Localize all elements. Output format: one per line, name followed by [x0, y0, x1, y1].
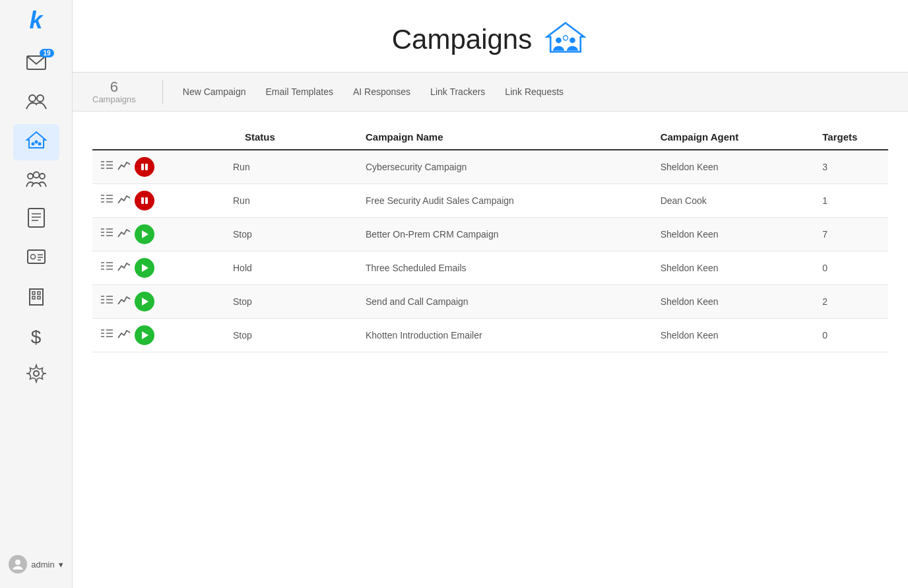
- status-text: Stop: [233, 330, 258, 341]
- documents-icon: [27, 208, 46, 232]
- svg-rect-43: [141, 197, 144, 204]
- user-menu[interactable]: admin ▾: [2, 551, 69, 577]
- chart-icon[interactable]: [117, 194, 131, 208]
- row-targets: 0: [814, 319, 888, 352]
- sidebar-item-cards[interactable]: [13, 241, 59, 277]
- cards-icon: [26, 248, 46, 270]
- svg-point-27: [569, 38, 575, 44]
- sidebar-item-documents[interactable]: [13, 202, 59, 238]
- buildings-icon: [26, 286, 46, 310]
- svg-point-6: [28, 174, 33, 179]
- toolbar: 6 Campaigns New Campaign Email Templates…: [73, 72, 908, 112]
- row-campaign-agent: Sheldon Keen: [653, 150, 815, 184]
- page-header: Campaigns: [73, 0, 908, 72]
- chart-icon[interactable]: [117, 295, 131, 309]
- groups-icon: [26, 170, 47, 192]
- status-toggle-btn[interactable]: [135, 191, 154, 211]
- list-icon[interactable]: [100, 160, 113, 174]
- status-toggle-btn[interactable]: [135, 157, 154, 177]
- row-actions-cell: [92, 184, 225, 218]
- svg-marker-65: [142, 298, 148, 306]
- row-campaign-name[interactable]: Khotten Introduction Emailer: [358, 319, 653, 352]
- sidebar-item-contacts[interactable]: [13, 85, 59, 121]
- svg-marker-72: [142, 331, 148, 339]
- svg-rect-18: [30, 289, 43, 305]
- svg-point-28: [564, 36, 568, 40]
- svg-point-2: [37, 95, 44, 102]
- chart-icon[interactable]: [117, 160, 131, 174]
- campaigns-header-icon: [542, 20, 589, 59]
- row-actions-cell: [92, 319, 225, 352]
- svg-point-14: [30, 255, 35, 259]
- sidebar-logo[interactable]: k: [29, 7, 42, 34]
- row-targets: 2: [814, 285, 888, 319]
- billing-icon: $: [31, 327, 42, 348]
- svg-point-25: [15, 560, 20, 565]
- sidebar-item-billing[interactable]: $: [13, 319, 59, 355]
- campaigns-nav-icon: [25, 131, 48, 154]
- svg-marker-51: [142, 230, 148, 238]
- row-campaign-name[interactable]: Cybersecurity Campaign: [358, 150, 653, 184]
- table-row: RunFree Security Audit Sales CampaignDea…: [92, 184, 888, 218]
- chart-icon[interactable]: [117, 329, 131, 343]
- row-campaign-name[interactable]: Better On-Prem CRM Campaign: [358, 218, 653, 251]
- row-campaign-name[interactable]: Send and Call Campaign: [358, 285, 653, 319]
- svg-rect-9: [28, 209, 44, 227]
- table-row: HoldThree Scheduled EmailsSheldon Keen0: [92, 251, 888, 285]
- svg-point-1: [29, 95, 36, 102]
- row-campaign-agent: Sheldon Keen: [653, 285, 815, 319]
- list-icon[interactable]: [100, 228, 113, 242]
- list-icon[interactable]: [100, 194, 113, 208]
- contacts-icon: [26, 92, 47, 114]
- row-actions-cell: [92, 150, 225, 184]
- chart-icon[interactable]: [117, 261, 131, 275]
- sidebar-bottom: admin ▾: [2, 551, 69, 588]
- messages-badge: 19: [40, 49, 53, 57]
- svg-marker-58: [142, 264, 148, 272]
- main-content: Campaigns 6 Campaigns New Campaign Email…: [73, 0, 908, 588]
- user-dropdown-icon: ▾: [59, 560, 63, 570]
- nav-email-templates[interactable]: Email Templates: [265, 84, 333, 100]
- svg-point-24: [34, 371, 39, 376]
- row-actions-cell: [92, 251, 225, 285]
- status-toggle-btn[interactable]: [135, 224, 154, 244]
- svg-point-4: [38, 143, 41, 146]
- th-campaign-agent: Campaign Agent: [653, 125, 815, 150]
- status-toggle-btn[interactable]: [135, 258, 154, 278]
- row-campaign-name[interactable]: Free Security Audit Sales Campaign: [358, 184, 653, 218]
- svg-rect-36: [145, 164, 148, 170]
- toolbar-nav: New Campaign Email Templates AI Response…: [183, 84, 564, 100]
- status-toggle-btn[interactable]: [135, 292, 154, 311]
- status-text: Run: [233, 162, 258, 172]
- table-row: RunCybersecurity CampaignSheldon Keen3: [92, 150, 888, 184]
- list-icon[interactable]: [100, 295, 113, 309]
- row-campaign-agent: Sheldon Keen: [653, 218, 815, 251]
- row-targets: 0: [814, 251, 888, 285]
- row-status: Stop: [225, 218, 358, 251]
- row-targets: 3: [814, 150, 888, 184]
- table-row: StopSend and Call CampaignSheldon Keen2: [92, 285, 888, 319]
- nav-ai-responses[interactable]: AI Responses: [353, 84, 410, 100]
- campaigns-table-section: Status Campaign Name Campaign Agent Targ…: [73, 112, 908, 366]
- sidebar-item-buildings[interactable]: [13, 280, 59, 316]
- campaigns-table: Status Campaign Name Campaign Agent Targ…: [92, 125, 888, 352]
- row-campaign-agent: Sheldon Keen: [653, 319, 815, 352]
- table-header-row: Status Campaign Name Campaign Agent Targ…: [92, 125, 888, 150]
- user-avatar: [9, 555, 27, 573]
- row-campaign-agent: Sheldon Keen: [653, 251, 815, 285]
- sidebar-item-groups[interactable]: [13, 163, 59, 199]
- nav-new-campaign[interactable]: New Campaign: [183, 84, 246, 100]
- status-toggle-btn[interactable]: [135, 325, 154, 345]
- status-text: Stop: [233, 296, 258, 307]
- nav-link-requests[interactable]: Link Requests: [505, 84, 564, 100]
- sidebar-item-settings[interactable]: [13, 358, 59, 394]
- list-icon[interactable]: [100, 261, 113, 275]
- row-campaign-name[interactable]: Three Scheduled Emails: [358, 251, 653, 285]
- chart-icon[interactable]: [117, 228, 131, 242]
- sidebar-item-campaigns[interactable]: [13, 124, 59, 160]
- sidebar-item-messages[interactable]: 19: [13, 46, 59, 82]
- row-status: Stop: [225, 285, 358, 319]
- nav-link-trackers[interactable]: Link Trackers: [430, 84, 485, 100]
- row-status: Stop: [225, 319, 358, 352]
- list-icon[interactable]: [100, 329, 113, 343]
